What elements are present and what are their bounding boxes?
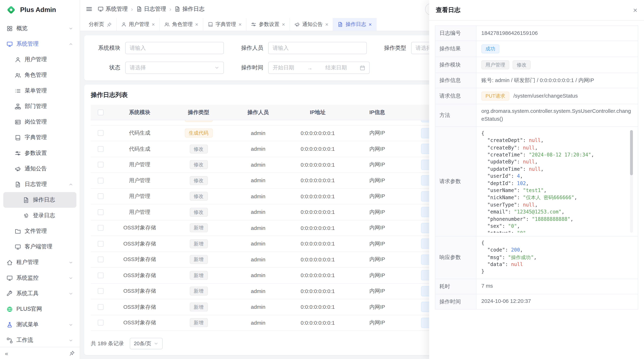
tab[interactable]: 分析页 xyxy=(84,18,116,31)
close-drawer-button[interactable]: × xyxy=(633,6,638,14)
close-tab-icon[interactable]: × xyxy=(238,22,242,27)
sidebar-item[interactable]: 菜单管理 xyxy=(3,83,76,98)
ip-info-cell: 内网IP xyxy=(348,240,407,247)
monitor-icon xyxy=(6,275,13,281)
doc-icon xyxy=(23,197,29,203)
ip-info-cell: 内网IP xyxy=(348,208,407,216)
module-cell: OSS对象存储 xyxy=(110,272,169,279)
sidebar-item[interactable]: 租户管理 xyxy=(3,254,76,270)
collapse-sidebar-button[interactable]: « xyxy=(5,351,8,356)
flask-icon xyxy=(6,322,13,328)
sidebar-item[interactable]: 工作流 xyxy=(3,333,76,347)
row-checkbox[interactable] xyxy=(98,288,104,294)
operator-cell: admin xyxy=(228,146,288,152)
filter-label: 操作类型 xyxy=(376,44,411,52)
row-checkbox[interactable] xyxy=(98,241,104,247)
close-tab-icon[interactable]: × xyxy=(195,22,198,27)
sidebar-item[interactable]: 系统工具 xyxy=(3,286,76,301)
status-select[interactable]: 请选择 xyxy=(125,61,224,74)
detail-value: 用户管理修改 xyxy=(476,57,638,73)
sidebar-item-label: 系统监控 xyxy=(16,274,65,282)
row-checkbox[interactable] xyxy=(98,304,104,310)
operator-cell: admin xyxy=(228,304,288,310)
sidebar-item[interactable]: 用户管理 xyxy=(3,52,76,67)
operation-time-input[interactable]: 开始日期→结束日期 xyxy=(268,61,370,74)
tab[interactable]: 角色管理× xyxy=(160,18,203,31)
operator-input[interactable]: 请输入 xyxy=(268,42,367,54)
select-all-checkbox[interactable] xyxy=(98,109,104,115)
close-tab-icon[interactable]: × xyxy=(325,22,328,27)
row-checkbox[interactable] xyxy=(98,257,104,263)
row-checkbox[interactable] xyxy=(98,225,104,231)
tab[interactable]: 参数设置× xyxy=(246,18,290,31)
code-block: { "code": 200, "msg": "操作成功", "data": nu… xyxy=(482,240,633,275)
sidebar-item-label: 系统工具 xyxy=(16,290,65,297)
sidebar-item[interactable]: 日志管理 xyxy=(3,176,76,192)
row-checkbox[interactable] xyxy=(98,146,104,152)
sidebar-item[interactable]: 系统监控 xyxy=(3,270,76,286)
tab[interactable]: 操作日志× xyxy=(333,18,376,31)
list-icon xyxy=(15,88,21,94)
sidebar-item[interactable]: 通知公告 xyxy=(3,161,76,176)
sidebar-item[interactable]: 概览 xyxy=(3,20,76,36)
detail-text: 1842781986426159106 xyxy=(482,30,538,36)
operation-type-badge: 新增 xyxy=(190,255,208,264)
row-checkbox[interactable] xyxy=(98,193,104,199)
scrollbar[interactable] xyxy=(630,130,633,233)
row-checkbox[interactable] xyxy=(98,320,104,326)
system-module-input[interactable]: 请输入 xyxy=(125,42,224,54)
sidebar-item[interactable]: 系统管理 xyxy=(3,36,76,52)
app-logo[interactable]: Plus Admin xyxy=(0,0,80,20)
scrollbar-thumb[interactable] xyxy=(630,130,633,175)
breadcrumb: 系统管理›日志管理›操作日志 xyxy=(98,5,204,13)
grid-icon xyxy=(6,25,13,31)
tree-icon xyxy=(15,103,21,109)
sidebar-item[interactable]: 测试菜单 xyxy=(3,317,76,332)
page-size-select[interactable]: 20条/页 xyxy=(130,338,163,349)
tab[interactable]: 用户管理× xyxy=(116,18,160,31)
row-select-cell xyxy=(91,320,110,326)
sidebar-item[interactable]: 字典管理 xyxy=(3,130,76,145)
sidebar-item[interactable]: PLUS官网 xyxy=(3,301,76,317)
sidebar-item[interactable]: 角色管理 xyxy=(3,67,76,83)
sidebar-item[interactable]: 文件管理 xyxy=(3,223,76,239)
tab-label: 字典管理 xyxy=(216,21,236,28)
tab[interactable]: 通知公告× xyxy=(290,18,333,31)
detail-text: org.dromara.system.controller.system.Sys… xyxy=(482,108,631,122)
tab[interactable]: 字典管理× xyxy=(203,18,246,31)
close-tab-icon[interactable]: × xyxy=(152,22,155,27)
sidebar-item[interactable]: 部门管理 xyxy=(3,98,76,114)
pin-sidebar-icon[interactable] xyxy=(70,351,75,356)
sidebar-item[interactable]: 操作日志 xyxy=(3,192,76,208)
row-select-cell xyxy=(91,304,110,310)
operation-type-cell: 新增 xyxy=(169,287,228,296)
sidebar-item[interactable]: 参数设置 xyxy=(3,145,76,161)
sidebar-item-label: 登录日志 xyxy=(33,212,73,219)
ip-cell: 0:0:0:0:0:0:0:1 xyxy=(288,146,348,152)
ip-info-cell: 内网IP xyxy=(348,303,407,311)
ip-info-cell: 内网IP xyxy=(348,224,407,232)
chevron-down-icon xyxy=(154,341,159,346)
detail-value: 成功 xyxy=(476,41,638,57)
row-checkbox[interactable] xyxy=(98,162,104,168)
ip-cell: 0:0:0:0:0:0:0:1 xyxy=(288,288,348,294)
row-checkbox[interactable] xyxy=(98,130,104,136)
breadcrumb-item[interactable]: 日志管理 xyxy=(136,5,166,13)
close-tab-icon[interactable]: × xyxy=(368,22,372,27)
row-checkbox[interactable] xyxy=(98,209,104,215)
row-checkbox[interactable] xyxy=(98,273,104,278)
row-checkbox[interactable] xyxy=(98,178,104,183)
close-tab-icon[interactable]: × xyxy=(282,22,285,27)
sidebar-item[interactable]: 岗位管理 xyxy=(3,114,76,130)
filter-label: 系统模块 xyxy=(90,44,125,52)
detail-row: 请求信息PUT请求/system/user/changeStatus xyxy=(435,88,638,104)
page-size-value: 20条/页 xyxy=(134,340,151,347)
breadcrumb-item[interactable]: 系统管理 xyxy=(98,5,128,13)
sidebar-item[interactable]: 登录日志 xyxy=(3,208,76,223)
hamburger-menu-icon[interactable] xyxy=(86,6,92,12)
operator-cell: admin xyxy=(228,162,288,168)
breadcrumb-item[interactable]: 操作日志 xyxy=(174,5,205,13)
code-line: "deptId": 102, xyxy=(482,180,633,187)
module-cell: OSS对象存储 xyxy=(110,256,169,263)
sidebar-item[interactable]: 客户端管理 xyxy=(3,239,76,254)
